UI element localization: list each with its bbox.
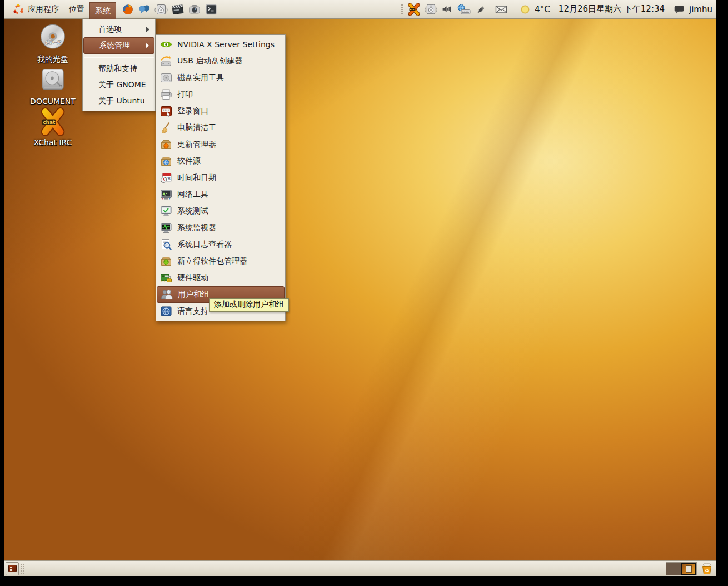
users-groups-icon: [160, 288, 173, 301]
menu-item-label: 关于 Ubuntu: [98, 96, 145, 106]
clock-applet[interactable]: 12月26日星期六 下午12:34: [559, 4, 665, 14]
system-menu-item[interactable]: 首选项: [83, 21, 154, 37]
places-menu-label: 位置: [69, 4, 84, 14]
speaker-box-launcher-button[interactable]: [154, 2, 168, 17]
update-manager-icon: [159, 138, 173, 151]
top-panel: 应用程序 位置 系统: [4, 0, 716, 19]
admin-menu-item[interactable]: 磁盘实用工具: [157, 69, 285, 86]
administration-submenu-popup: NVIDIA X Server SettingsUSB 启动盘创建器磁盘实用工具…: [156, 34, 286, 321]
login-window-icon: [159, 105, 173, 118]
menu-item-label: 打印: [177, 90, 193, 100]
tray-handle[interactable]: [401, 4, 403, 14]
printer-icon: [159, 88, 173, 101]
volume-icon[interactable]: [441, 3, 453, 15]
menu-item-label: 电脑清洁工: [177, 123, 216, 133]
system-menu-item[interactable]: 系统管理: [83, 37, 154, 54]
system-menu-button[interactable]: 系统: [89, 2, 116, 19]
submenu-arrow-icon: [146, 43, 149, 48]
menu-item-label: USB 启动盘创建器: [177, 56, 242, 66]
weather-sun-icon[interactable]: [520, 4, 531, 15]
janitor-broom-icon: [159, 121, 173, 135]
menu-item-label: 系统测试: [177, 206, 208, 216]
admin-menu-item[interactable]: 电脑清洁工: [157, 120, 285, 136]
chat-balloons-icon: [138, 3, 151, 16]
svg-text:CD-R: CD-R: [44, 39, 61, 46]
admin-menu-item[interactable]: 新立得软件包管理器: [157, 253, 285, 270]
menu-item-label: 用户和组: [178, 290, 209, 300]
movie-clapper-launcher-button[interactable]: [171, 2, 185, 17]
menu-item-label: 网络工具: [177, 190, 208, 200]
speaker-box-icon: [154, 3, 168, 16]
usb-creator-icon: [159, 54, 173, 68]
svg-text:chat: chat: [43, 120, 56, 125]
admin-menu-item[interactable]: 登录窗口: [157, 103, 285, 120]
desktop-icon-label: DOCUMENT: [30, 97, 76, 106]
show-desktop-button[interactable]: [6, 562, 19, 575]
admin-menu-item[interactable]: 硬件驱动: [157, 270, 285, 286]
menu-item-label: 系统日志查看器: [177, 240, 232, 250]
temperature-label[interactable]: 4°C: [535, 4, 550, 14]
system-menu-item[interactable]: 帮助和支持: [83, 61, 154, 77]
plug-icon[interactable]: [475, 3, 487, 16]
admin-menu-item[interactable]: 系统监视器: [157, 220, 285, 236]
admin-menu-item[interactable]: 更新管理器: [157, 136, 285, 153]
user-switcher-icon[interactable]: [673, 3, 685, 16]
applications-menu[interactable]: 应用程序: [7, 2, 64, 17]
network-tools-icon: [159, 188, 173, 201]
menu-item-label: 更新管理器: [177, 140, 216, 150]
system-menu-item[interactable]: 关于 GNOME: [83, 77, 154, 93]
trash-icon: ♻: [700, 562, 714, 575]
username-label[interactable]: jimhu: [689, 4, 712, 14]
mail-icon[interactable]: [495, 3, 508, 16]
admin-menu-item[interactable]: USB 启动盘创建器: [157, 53, 285, 69]
terminal-launcher-button[interactable]: [204, 2, 218, 17]
admin-menu-item[interactable]: NVIDIA X Server Settings: [157, 36, 285, 53]
desktop-icon-cdr-disc[interactable]: CD-R我的光盘: [19, 23, 86, 64]
workspace-2-active[interactable]: [681, 563, 696, 575]
software-sources-icon: [159, 155, 173, 168]
admin-menu-item[interactable]: 系统日志查看器: [157, 236, 285, 253]
applications-menu-label: 应用程序: [28, 4, 59, 14]
system-tray: 4°C 12月26日星期六 下午12:34 jimhu: [401, 3, 712, 16]
menu-item-label: 系统监视器: [177, 223, 216, 233]
sound-device-tray-icon[interactable]: [425, 3, 437, 16]
places-menu[interactable]: 位置: [64, 2, 89, 17]
movie-clapper-icon: [171, 3, 185, 16]
menu-item-tooltip: 添加或删除用户和组: [209, 298, 289, 312]
admin-menu-item[interactable]: 网络工具: [157, 186, 285, 203]
admin-menu-item[interactable]: 28时间和日期: [157, 170, 285, 186]
taskbar-handle[interactable]: [21, 564, 24, 574]
menu-item-label: 系统管理: [99, 41, 130, 51]
language-support-icon: [159, 305, 173, 318]
chat-balloons-launcher-button[interactable]: [137, 2, 152, 17]
desktop-icon-xchat[interactable]: chatXChat IRC: [19, 107, 86, 147]
system-menu-popup: 首选项系统管理帮助和支持关于 GNOME关于 Ubuntu: [82, 19, 156, 111]
menubar: 应用程序 位置 系统: [7, 0, 116, 18]
cdr-disc-icon: CD-R: [38, 23, 68, 53]
camera-launcher-button[interactable]: [187, 2, 202, 17]
menu-item-label: 新立得软件包管理器: [177, 256, 247, 266]
desktop-icon-hard-drive[interactable]: DOCUMENT: [19, 66, 86, 106]
desktop-icon-label: XChat IRC: [34, 138, 72, 147]
admin-menu-item[interactable]: 软件源: [157, 153, 285, 170]
system-menu-item[interactable]: 关于 Ubuntu: [83, 93, 154, 109]
menu-item-label: 软件源: [177, 156, 201, 166]
time-date-icon: 28: [159, 171, 173, 185]
nvidia-icon: [159, 38, 173, 51]
ubuntu-logo-icon: [12, 3, 24, 16]
menu-item-label: 首选项: [98, 24, 122, 34]
admin-menu-item[interactable]: 打印: [157, 86, 285, 103]
xchat-tray-icon[interactable]: [407, 3, 421, 16]
workspace-1[interactable]: [666, 563, 681, 575]
firefox-launcher-button[interactable]: [121, 2, 135, 17]
admin-menu-item[interactable]: 系统测试: [157, 203, 285, 220]
system-menu-label: 系统: [95, 6, 111, 16]
submenu-arrow-icon: [146, 27, 149, 32]
quick-launchers: [121, 2, 218, 17]
synaptic-icon: [159, 255, 173, 268]
keyboard-indicator-icon[interactable]: [457, 3, 471, 16]
terminal-icon: [205, 3, 218, 16]
trash-applet[interactable]: ♻: [700, 562, 714, 576]
hardware-drivers-icon: [159, 271, 173, 285]
hard-drive-icon: [38, 66, 68, 96]
